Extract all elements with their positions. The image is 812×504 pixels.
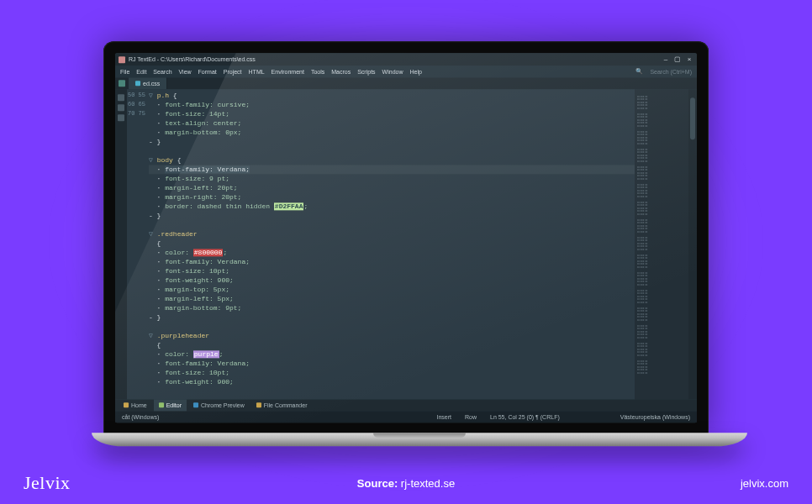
tool-icon[interactable]: [118, 114, 124, 121]
jelvix-logo: Jelvix: [24, 472, 71, 494]
status-row: Row: [465, 414, 477, 420]
view-tab-chrome-preview[interactable]: Chrome Preview: [188, 399, 250, 411]
view-tab-home[interactable]: Home: [119, 399, 152, 411]
scrollbar-thumb[interactable]: [690, 97, 695, 139]
code-editor[interactable]: ▽ p.h { · font-family: cursive; · font-s…: [149, 89, 635, 399]
window-titlebar: RJ TextEd - C:\Users\Richard\Documents\e…: [115, 53, 697, 66]
document-tab-bar: ed.css: [115, 77, 697, 89]
side-toolbar: [115, 89, 127, 399]
tool-icon[interactable]: [118, 94, 124, 101]
laptop-mockup: RJ TextEd - C:\Users\Richard\Documents\e…: [92, 41, 720, 446]
menu-edit[interactable]: Edit: [136, 69, 146, 75]
vertical-scrollbar[interactable]: [688, 89, 697, 399]
tool-icon[interactable]: [118, 104, 124, 111]
status-position: Ln 55, Col 25 (0) ¶ (CRLF): [490, 414, 560, 420]
menu-tools[interactable]: Tools: [311, 69, 324, 75]
editor-window: RJ TextEd - C:\Users\Richard\Documents\e…: [115, 53, 697, 423]
status-encoding: Västeuropeiska (Windows): [620, 414, 690, 420]
folder-icon: [256, 402, 261, 407]
close-button[interactable]: ×: [685, 55, 693, 63]
menu-environment[interactable]: Environment: [272, 69, 304, 75]
app-icon: [119, 56, 125, 63]
screen-bezel: RJ TextEd - C:\Users\Richard\Documents\e…: [103, 41, 709, 434]
chrome-icon: [193, 402, 198, 407]
window-title: RJ TextEd - C:\Users\Richard\Documents\e…: [129, 56, 658, 62]
menu-scripts[interactable]: Scripts: [357, 69, 375, 75]
bottom-view-tabs: HomeEditorChrome PreviewFile Commander: [115, 399, 697, 411]
site-url: jelvix.com: [741, 477, 788, 490]
image-footer: Jelvix Source: rj-texted.se jelvix.com: [0, 472, 812, 494]
search-icon[interactable]: 🔍: [635, 68, 643, 75]
search-input[interactable]: Search (Ctrl+M): [650, 69, 692, 75]
tab-label: ed.css: [143, 81, 160, 87]
panel-toggle-icon[interactable]: [119, 80, 125, 87]
status-bar: cåt (Windows) Insert Row Ln 55, Col 25 (…: [115, 411, 697, 423]
menu-format[interactable]: Format: [198, 69, 217, 75]
maximize-button[interactable]: ▢: [673, 55, 682, 63]
menu-macros[interactable]: Macros: [331, 69, 351, 75]
view-tab-file-commander[interactable]: File Commander: [251, 399, 313, 411]
menu-project[interactable]: Project: [224, 69, 242, 75]
minimize-button[interactable]: –: [662, 55, 670, 63]
menu-help[interactable]: Help: [410, 69, 422, 75]
view-tab-editor[interactable]: Editor: [154, 399, 187, 411]
menu-file[interactable]: File: [120, 69, 129, 75]
status-insert: Insert: [436, 414, 451, 420]
file-type-icon: [135, 81, 140, 86]
pencil-icon: [159, 402, 164, 407]
source-credit: Source: rj-texted.se: [357, 477, 455, 490]
document-tab[interactable]: ed.css: [129, 77, 167, 89]
line-number-gutter: 50 55 60 65 70 75: [127, 89, 149, 399]
home-icon: [124, 402, 129, 407]
menu-view[interactable]: View: [179, 69, 192, 75]
editor-area: 50 55 60 65 70 75 ▽ p.h { · font-family:…: [115, 89, 697, 399]
menu-window[interactable]: Window: [382, 69, 403, 75]
menu-search[interactable]: Search: [153, 69, 171, 75]
laptop-base: [92, 433, 747, 446]
minimap[interactable]: xx xxx xx xx xxx xx xx xxx xx xx xxx xx …: [635, 89, 688, 399]
status-left: cåt (Windows): [122, 414, 159, 420]
menu-bar: FileEditSearchViewFormatProjectHTMLEnvir…: [115, 66, 697, 77]
menu-html[interactable]: HTML: [249, 69, 265, 75]
